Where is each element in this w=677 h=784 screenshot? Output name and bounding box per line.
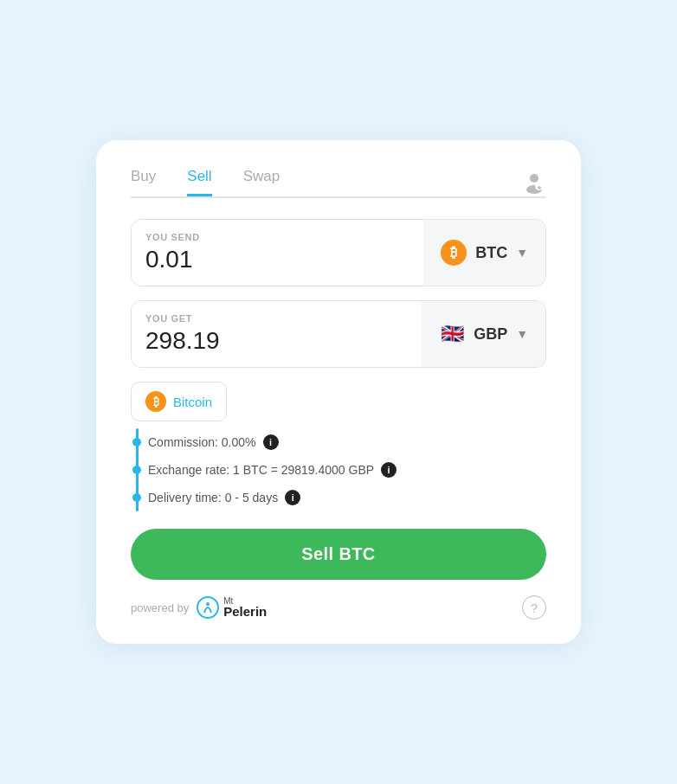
send-input-left: YOU SEND (132, 220, 423, 286)
mt-pelerin-logo: Mt Pelerin (196, 595, 267, 620)
user-icon[interactable] (519, 169, 546, 196)
footer: powered by Mt Pelerin ? (131, 595, 546, 620)
main-card: Buy Sell Swap YOU SEND ₿ BTC ▼ (96, 140, 581, 644)
receive-currency-label: GBP (474, 325, 507, 344)
exchange-rate-text: Exchange rate: 1 BTC = 29819.4000 GBP (148, 463, 374, 477)
receive-value[interactable] (145, 327, 408, 355)
btc-icon: ₿ (441, 240, 467, 266)
send-label: YOU SEND (145, 232, 409, 242)
info-section: Commission: 0.00% i Exchange rate: 1 BTC… (131, 428, 546, 511)
svg-point-6 (206, 602, 210, 606)
tab-underline (131, 196, 546, 198)
powered-by-label: powered by (131, 601, 189, 614)
bitcoin-suggestion-label: Bitcoin (173, 395, 212, 409)
commission-row: Commission: 0.00% i (148, 428, 546, 456)
receive-chevron-icon: ▼ (516, 327, 528, 341)
svg-point-0 (530, 174, 538, 183)
sell-button[interactable]: Sell BTC (131, 529, 546, 580)
commission-info-icon[interactable]: i (263, 434, 279, 450)
dropdown-suggestion: ₿ Bitcoin (131, 382, 546, 421)
powered-by: powered by Mt Pelerin (131, 595, 267, 620)
tab-swap[interactable]: Swap (243, 168, 280, 196)
header: Buy Sell Swap (131, 168, 546, 196)
pelerin-brand-text: Mt Pelerin (223, 597, 267, 619)
bitcoin-suggestion-icon: ₿ (145, 391, 166, 412)
tab-bar: Buy Sell Swap (131, 168, 519, 196)
gbp-flag-icon: 🇬🇧 (439, 321, 465, 347)
delivery-row: Delivery time: 0 - 5 days i (148, 484, 546, 511)
receive-label: YOU GET (145, 313, 408, 324)
exchange-rate-row: Exchange rate: 1 BTC = 29819.4000 GBP i (148, 456, 546, 484)
send-currency-label: BTC (475, 244, 507, 262)
delivery-dot (132, 493, 141, 502)
exchange-info-icon[interactable]: i (381, 462, 397, 478)
pelerin-svg-icon (196, 595, 220, 620)
receive-input-group: YOU GET 🇬🇧 GBP ▼ (131, 300, 546, 368)
delivery-text: Delivery time: 0 - 5 days (148, 491, 278, 504)
tab-buy[interactable]: Buy (131, 168, 156, 196)
commission-text: Commission: 0.00% (148, 435, 256, 449)
receive-input-left: YOU GET (132, 301, 422, 367)
receive-currency-selector[interactable]: 🇬🇧 GBP ▼ (422, 301, 545, 367)
bitcoin-suggestion-item[interactable]: ₿ Bitcoin (131, 382, 227, 421)
send-chevron-icon: ▼ (516, 246, 528, 260)
send-value[interactable] (145, 246, 409, 273)
pelerin-name-label: Pelerin (223, 604, 267, 619)
delivery-info-icon[interactable]: i (285, 490, 300, 505)
tab-sell[interactable]: Sell (187, 168, 211, 196)
send-currency-selector[interactable]: ₿ BTC ▼ (423, 220, 545, 286)
help-icon[interactable]: ? (522, 595, 546, 620)
send-input-group: YOU SEND ₿ BTC ▼ (131, 219, 546, 286)
exchange-dot (132, 466, 141, 474)
commission-dot (132, 438, 141, 447)
